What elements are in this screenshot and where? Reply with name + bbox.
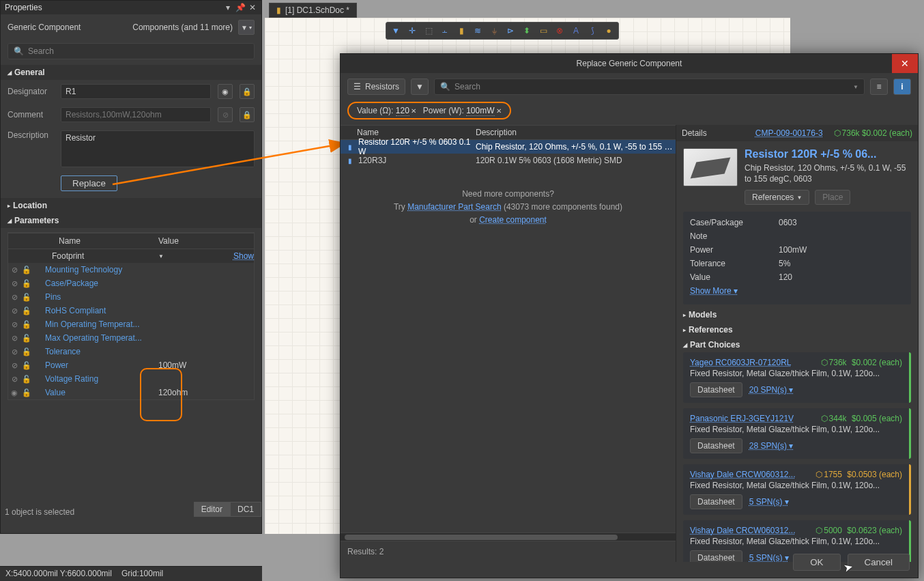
close-icon[interactable]: ✕ (248, 3, 257, 12)
description-input[interactable]: Resistor (61, 130, 255, 167)
remove-filter-icon[interactable]: ✕ (411, 107, 416, 115)
lock-icon[interactable]: 🔓 (20, 334, 33, 343)
lock-icon[interactable]: 🔓 (20, 388, 33, 397)
lock-icon[interactable]: 🔒 (240, 107, 255, 122)
horizontal-scrollbar[interactable] (341, 533, 676, 541)
netlabel-icon[interactable]: ▭ (538, 25, 549, 36)
info-button[interactable]: i (893, 79, 911, 95)
document-tab[interactable]: ▮ [1] DC1.SchDoc * (269, 3, 357, 18)
datasheet-button[interactable]: Datasheet (690, 494, 742, 509)
visibility-icon[interactable]: ⊘ (8, 266, 20, 274)
mpn-link[interactable]: Vishay Dale CRCW060312... (690, 470, 796, 479)
filter-button[interactable]: ▼▾ (238, 20, 255, 35)
visibility-icon[interactable]: ⊘ (8, 375, 20, 384)
chevron-down-icon[interactable]: ▼ (853, 84, 858, 90)
funnel-icon[interactable]: ▼ (390, 25, 401, 36)
visibility-icon[interactable]: ⊘ (8, 348, 20, 356)
spn-link[interactable]: 5 SPN(s) ▾ (749, 553, 789, 562)
parameter-row[interactable]: ⊘ 🔓 Pins (8, 290, 254, 304)
mpn-link[interactable]: Yageo RC0603JR-07120RL (690, 358, 792, 367)
net-icon[interactable]: ⬍ (521, 25, 532, 36)
port-icon[interactable]: ⊳ (505, 25, 516, 36)
cancel-button[interactable]: Cancel (848, 554, 910, 571)
cmp-link[interactable]: CMP-009-00176-3 (755, 128, 823, 138)
close-button[interactable]: ✕ (892, 54, 918, 73)
lock-icon[interactable]: 🔒 (240, 84, 255, 99)
lock-icon[interactable]: 🔓 (20, 293, 33, 302)
datasheet-button[interactable]: Datasheet (690, 550, 742, 562)
spn-link[interactable]: 20 SPN(s) ▾ (749, 385, 794, 395)
col-name[interactable]: Name (341, 128, 476, 137)
tab-dc1[interactable]: DC1 (230, 502, 261, 517)
section-models[interactable]: ▸Models (683, 310, 911, 320)
noerror-icon[interactable]: ⊗ (554, 25, 565, 36)
arc-icon[interactable]: ⟆ (587, 25, 598, 36)
section-parameters[interactable]: ◢Parameters (1, 213, 261, 228)
tab-editor[interactable]: Editor (194, 502, 230, 517)
replace-button[interactable]: Replace (61, 175, 117, 191)
category-button[interactable]: ☰Resistors (347, 79, 405, 95)
section-general[interactable]: ◢General (1, 65, 261, 80)
parameter-row[interactable]: ⊘ 🔓 Voltage Rating (8, 372, 254, 386)
mpn-link[interactable]: Vishay Dale CRCW060312... (690, 526, 796, 535)
parameter-row[interactable]: ⊘ 🔓 Max Operating Temperat... (8, 331, 254, 345)
mps-link[interactable]: Manufacturer Part Search (407, 202, 501, 212)
move-icon[interactable]: ✛ (407, 25, 418, 36)
lock-icon[interactable]: 🔓 (20, 266, 33, 274)
ok-button[interactable]: OK (793, 554, 840, 571)
filter-button[interactable]: ▼ (411, 79, 429, 95)
chevron-down-icon[interactable]: ▼ (158, 253, 164, 259)
gnd-icon[interactable]: ⏚ (489, 25, 500, 36)
lock-icon[interactable]: 🔓 (20, 375, 33, 384)
references-button[interactable]: References▼ (745, 190, 809, 205)
parameter-row[interactable]: ⊘ 🔓 Mounting Technology (8, 263, 254, 277)
parameter-row[interactable]: ◉ 🔓 Value 120ohm (8, 386, 254, 399)
component-icon[interactable]: ▮ (456, 25, 467, 36)
spn-link[interactable]: 28 SPN(s) ▾ (749, 441, 794, 451)
wire-icon[interactable]: ≋ (472, 25, 483, 36)
lock-icon[interactable]: 🔓 (20, 348, 33, 356)
dot-icon[interactable]: ● (603, 25, 614, 36)
section-part-choices[interactable]: ◢Part Choices (683, 340, 911, 350)
spn-link[interactable]: 5 SPN(s) ▾ (749, 497, 789, 507)
visibility-icon[interactable]: ⊘ (8, 293, 20, 302)
panel-title-bar[interactable]: Properties ▾ 📌 ✕ (1, 1, 261, 14)
visibility-icon[interactable]: ⊘ (8, 320, 20, 329)
col-description[interactable]: Description (476, 128, 676, 137)
parameter-row[interactable]: ⊘ 🔓 RoHS Compliant (8, 304, 254, 317)
parameter-row[interactable]: ⊘ 🔓 Tolerance (8, 345, 254, 358)
dropdown-icon[interactable]: ▾ (223, 3, 233, 12)
mpn-link[interactable]: Panasonic ERJ-3GEYJ121V (690, 414, 794, 423)
designator-input[interactable] (61, 84, 211, 99)
filter-value[interactable]: 120 (396, 106, 409, 116)
search-input[interactable]: 🔍 Search (8, 43, 255, 59)
show-link[interactable]: Show (233, 251, 254, 261)
section-references[interactable]: ▸References (683, 325, 911, 335)
visibility-icon[interactable]: ⊘ (8, 307, 20, 315)
create-component-link[interactable]: Create component (479, 215, 547, 225)
comment-input[interactable]: Resistors,100mW,120ohm (61, 107, 211, 122)
lock-icon[interactable]: 🔓 (20, 307, 33, 315)
lock-icon[interactable]: 🔓 (20, 279, 33, 288)
pin-icon[interactable]: 📌 (235, 3, 245, 12)
select-icon[interactable]: ⬚ (423, 25, 434, 36)
visibility-icon[interactable]: ◉ (218, 84, 233, 99)
visibility-icon[interactable]: ◉ (8, 388, 20, 397)
lock-icon[interactable]: 🔓 (20, 361, 33, 370)
visibility-icon[interactable]: ⊘ (8, 279, 20, 288)
dialog-title-bar[interactable]: Replace Generic Component ✕ (341, 54, 918, 73)
filter-power[interactable]: 100mW (466, 106, 494, 116)
search-input[interactable]: 🔍Search▼ (434, 79, 865, 95)
parameter-row[interactable]: ⊘ 🔓 Power 100mW (8, 358, 254, 372)
show-more-link[interactable]: Show More ▾ (690, 286, 738, 296)
visibility-icon[interactable]: ⊘ (8, 361, 20, 370)
menu-button[interactable]: ≡ (870, 79, 888, 95)
lock-icon[interactable]: 🔓 (20, 320, 33, 329)
text-icon[interactable]: A (571, 25, 581, 36)
remove-filter-icon[interactable]: ✕ (496, 107, 502, 115)
hidden-icon[interactable]: ⊘ (218, 107, 233, 122)
result-row[interactable]: ▮ Resistor 120R +/-5 % 0603 0.1 W Chip R… (341, 140, 676, 154)
datasheet-button[interactable]: Datasheet (690, 438, 742, 453)
result-row[interactable]: ▮ 120R3J 120R 0.1W 5% 0603 (1608 Metric)… (341, 154, 676, 167)
parameter-row[interactable]: ⊘ 🔓 Min Operating Temperat... (8, 317, 254, 331)
